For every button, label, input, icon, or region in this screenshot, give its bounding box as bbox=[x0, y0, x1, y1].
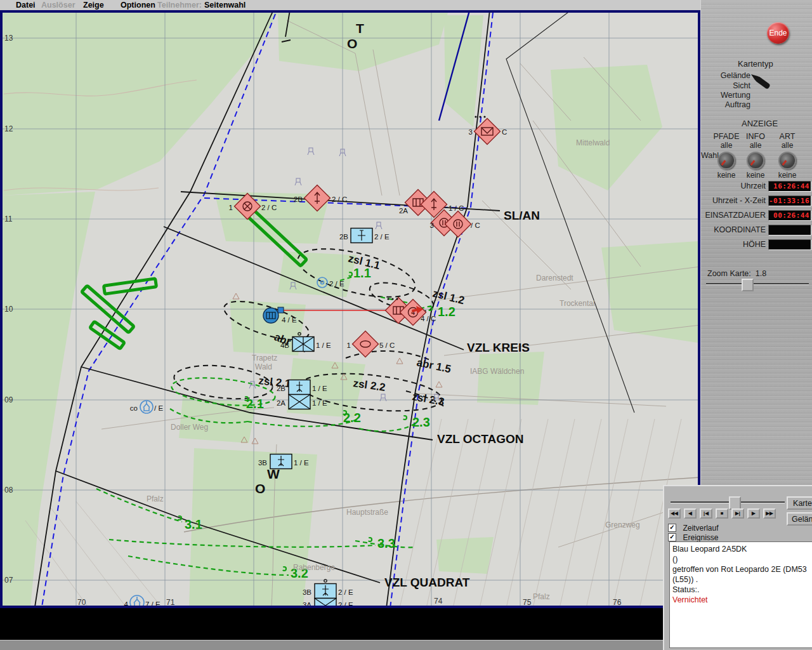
kartentyp-wertung[interactable]: Wertung bbox=[701, 91, 750, 100]
place-label: Darenstedt bbox=[536, 274, 573, 282]
art-knob[interactable] bbox=[778, 152, 796, 169]
readout-label: Uhrzeit bbox=[740, 182, 766, 190]
rewind-fast-button[interactable]: ◀◀ bbox=[668, 508, 681, 519]
time-slider-thumb[interactable] bbox=[729, 496, 741, 510]
karte-button[interactable]: Karte bbox=[787, 496, 812, 510]
step-forward-button[interactable]: ▶| bbox=[731, 508, 744, 519]
place-label: Wald bbox=[255, 362, 272, 371]
play-button[interactable]: ▶ bbox=[747, 508, 760, 519]
event-text-box: Blau Leopard 2A5DK () getroffen von Rot … bbox=[669, 541, 812, 648]
readout-value: -01:33:16 bbox=[769, 196, 811, 205]
unit-label: 2A bbox=[399, 207, 408, 215]
ende-button[interactable]: Ende bbox=[767, 22, 789, 44]
knob-name: INFO bbox=[738, 132, 773, 141]
xzeit-display: -01:33:16 bbox=[768, 196, 811, 206]
koordinate-display bbox=[768, 225, 811, 235]
step-back-button[interactable]: |◀ bbox=[700, 508, 712, 519]
menu-optionen[interactable]: Optionen bbox=[121, 1, 155, 10]
readout-label: KOORDINATE bbox=[714, 225, 766, 234]
event-line: Status:. bbox=[672, 585, 812, 595]
knob-alle: alle bbox=[738, 141, 773, 150]
route-label: 3.3 bbox=[377, 536, 395, 550]
gelaende-button[interactable]: Gelände bbox=[787, 512, 812, 526]
forward-fast-button[interactable]: ▶▶ bbox=[763, 508, 776, 519]
map-letter: O bbox=[347, 36, 357, 51]
anzeige-title: ANZEIGE bbox=[742, 119, 778, 128]
playback-panel: ◀◀ ◀ |◀ ■ ▶| ▶ ▶▶ ✓ Zeitverlauf ✓ Ereign… bbox=[663, 485, 812, 650]
zoom-slider-track[interactable] bbox=[706, 283, 809, 285]
info-knob[interactable] bbox=[747, 152, 764, 169]
unit-label: C bbox=[502, 128, 507, 136]
menu-teilnehmer: Teilnehmer: bbox=[157, 1, 202, 10]
check-icon: ✓ bbox=[669, 524, 674, 531]
knob-keine: keine bbox=[769, 171, 805, 180]
play-reverse-button[interactable]: ◀ bbox=[684, 508, 697, 519]
event-line: (L55)) . bbox=[672, 574, 812, 585]
kartentyp-auftrag[interactable]: Auftrag bbox=[701, 100, 750, 109]
unit-label: 5 / C bbox=[379, 342, 395, 349]
blue-unit bbox=[289, 380, 310, 395]
ereignisse-checkbox[interactable]: ✓ bbox=[668, 533, 676, 541]
event-line: () bbox=[672, 554, 812, 564]
zoom-karte-label: Zoom Karte: 1.8 bbox=[707, 269, 766, 278]
unit-label: / E bbox=[154, 404, 163, 412]
unit-label: 1 / E bbox=[312, 399, 327, 407]
place-label: Hauptstraße bbox=[346, 508, 388, 517]
stop-button[interactable]: ■ bbox=[716, 508, 728, 519]
map-canvas[interactable]: 13 12 11 10 09 08 07 70 71 74 75 76 SL/A… bbox=[0, 10, 700, 608]
readout-label: EINSATZDAUER bbox=[705, 211, 766, 220]
unit-label: 1 / E bbox=[312, 385, 327, 392]
unit-label: 4 / C bbox=[421, 315, 436, 322]
check-icon: ✓ bbox=[669, 533, 674, 540]
grid-label: 74 bbox=[434, 597, 443, 606]
unit-label: 1 bbox=[229, 204, 233, 211]
kartentyp-sicht[interactable]: Sicht bbox=[701, 81, 750, 90]
blue-unit-circle bbox=[263, 308, 278, 323]
place-label: IABG Wäldchen bbox=[470, 367, 524, 376]
unit-label: 1 / C bbox=[449, 204, 464, 212]
zoom-slider-thumb[interactable] bbox=[742, 279, 754, 291]
zoom-label-text: Zoom Karte: bbox=[707, 269, 751, 278]
grid-label: 13 bbox=[4, 34, 13, 43]
unit-label: 1 bbox=[347, 342, 351, 349]
unit-label: 2 / C bbox=[261, 204, 277, 211]
grid-label: 75 bbox=[523, 598, 532, 607]
route-label: 1.1 bbox=[353, 266, 371, 280]
xzeit-row: Uhrzeit - X-Zeit -01:33:16 bbox=[701, 196, 812, 206]
info-column: INFO alle keine bbox=[738, 132, 773, 180]
readout-value bbox=[769, 240, 811, 241]
grid-label: 10 bbox=[4, 305, 13, 314]
hoehe-display bbox=[768, 239, 811, 250]
place-label: Pfalz bbox=[147, 494, 164, 503]
event-status: Vernichtet bbox=[672, 595, 812, 605]
route-label: 2.3 bbox=[412, 415, 430, 429]
menu-zeige[interactable]: Zeige bbox=[83, 1, 104, 10]
bottom-black-bar bbox=[0, 608, 663, 640]
menu-bar: Datei Auslöser Zeige Optionen Teilnehmer… bbox=[0, 0, 700, 10]
place-label: Doller Weg bbox=[171, 423, 208, 432]
kartentyp-gelaende[interactable]: Gelände bbox=[701, 71, 750, 80]
place-label: Grenzweg bbox=[605, 521, 640, 529]
grid-label: 11 bbox=[4, 215, 13, 223]
readout-value bbox=[769, 225, 811, 226]
unit-label: 3B bbox=[258, 459, 267, 467]
unit-label: co bbox=[130, 404, 138, 412]
unit-label: 2 / E bbox=[338, 588, 353, 596]
ereignisse-label: Ereignisse bbox=[683, 533, 718, 542]
knob-alle: alle bbox=[769, 141, 805, 150]
grid-label: 07 bbox=[4, 576, 13, 585]
time-slider-track[interactable] bbox=[671, 501, 785, 503]
pfade-knob[interactable] bbox=[717, 152, 735, 169]
place-label: Trockental bbox=[560, 299, 595, 308]
ereignisse-row: ✓ Ereignisse bbox=[668, 531, 718, 540]
readout-value: 00:26:44 bbox=[769, 211, 811, 220]
unit-label: / C bbox=[471, 222, 480, 229]
hoehe-row: HÖHE bbox=[701, 239, 812, 249]
menu-datei[interactable]: Datei bbox=[16, 1, 36, 10]
menu-ausloeser: Auslöser bbox=[41, 1, 75, 10]
unit-label: 2B bbox=[294, 196, 303, 203]
unit-label: 2A bbox=[277, 399, 285, 407]
menu-seitenwahl[interactable]: Seitenwahl bbox=[204, 1, 246, 10]
readout-value: 16:26:44 bbox=[769, 182, 811, 190]
grid-label: 09 bbox=[4, 395, 13, 404]
